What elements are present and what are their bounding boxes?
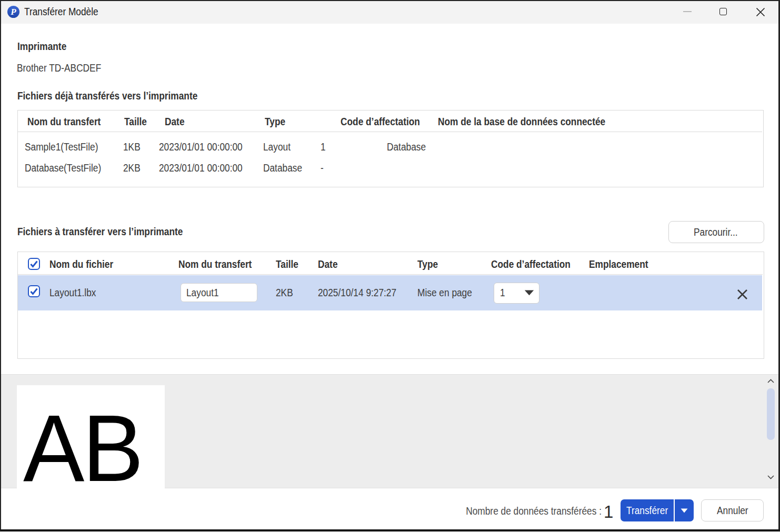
svg-text:P: P [10,7,16,17]
